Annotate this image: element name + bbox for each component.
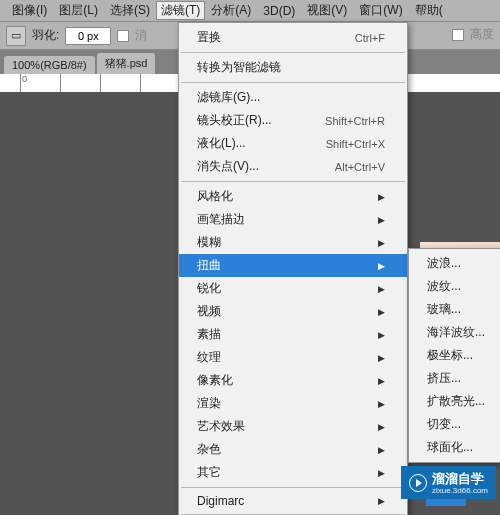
filter-noise[interactable]: 杂色▶ xyxy=(179,438,407,461)
menu-label: 滤镜库(G)... xyxy=(197,89,260,106)
menu-separator xyxy=(181,82,405,83)
menu-label: 扭曲 xyxy=(197,257,221,274)
menu-label: 镜头校正(R)... xyxy=(197,112,272,129)
menu-image[interactable]: 图像(I) xyxy=(6,0,53,21)
filter-blur[interactable]: 模糊▶ xyxy=(179,231,407,254)
submenu-arrow-icon: ▶ xyxy=(378,284,385,294)
watermark-url: zixue.3d66.com xyxy=(432,486,488,495)
filter-artistic[interactable]: 艺术效果▶ xyxy=(179,415,407,438)
distort-shear[interactable]: 切变... xyxy=(409,413,500,436)
tool-preset-icon[interactable]: ▭ xyxy=(6,26,26,46)
filter-stylize[interactable]: 风格化▶ xyxy=(179,185,407,208)
menu-view[interactable]: 视图(V) xyxy=(301,0,353,21)
distort-diffuse-glow[interactable]: 扩散亮光... xyxy=(409,390,500,413)
feather-label: 羽化: xyxy=(32,27,59,44)
menu-label: 海洋波纹... xyxy=(427,324,485,341)
distort-ripple[interactable]: 波纹... xyxy=(409,275,500,298)
menu-label: 极坐标... xyxy=(427,347,473,364)
menu-label: 波浪... xyxy=(427,255,461,272)
submenu-arrow-icon: ▶ xyxy=(378,496,385,506)
filter-digimarc[interactable]: Digimarc▶ xyxy=(179,491,407,511)
filter-liquify[interactable]: 液化(L)... Shift+Ctrl+X xyxy=(179,132,407,155)
menu-label: 模糊 xyxy=(197,234,221,251)
shortcut: Shift+Ctrl+R xyxy=(325,115,385,127)
menu-label: 杂色 xyxy=(197,441,221,458)
filter-brush-strokes[interactable]: 画笔描边▶ xyxy=(179,208,407,231)
distort-submenu: 波浪... 波纹... 玻璃... 海洋波纹... 极坐标... 挤压... 扩… xyxy=(408,248,500,463)
submenu-arrow-icon: ▶ xyxy=(378,215,385,225)
watermark: 溜溜自学 zixue.3d66.com xyxy=(401,466,496,499)
menu-label: 转换为智能滤镜 xyxy=(197,59,281,76)
distort-polar[interactable]: 极坐标... xyxy=(409,344,500,367)
submenu-arrow-icon: ▶ xyxy=(378,468,385,478)
menu-label: 锐化 xyxy=(197,280,221,297)
filter-repeat[interactable]: 置换 Ctrl+F xyxy=(179,26,407,49)
distort-spherize[interactable]: 球面化... xyxy=(409,436,500,459)
menu-label: 置换 xyxy=(197,29,221,46)
menu-3d[interactable]: 3D(D) xyxy=(257,2,301,20)
antialias-checkbox[interactable] xyxy=(117,30,129,42)
menu-label: 液化(L)... xyxy=(197,135,246,152)
menu-label: 玻璃... xyxy=(427,301,461,318)
submenu-arrow-icon: ▶ xyxy=(378,238,385,248)
distort-glass[interactable]: 玻璃... xyxy=(409,298,500,321)
filter-vanishing-point[interactable]: 消失点(V)... Alt+Ctrl+V xyxy=(179,155,407,178)
filter-menu: 置换 Ctrl+F 转换为智能滤镜 滤镜库(G)... 镜头校正(R)... S… xyxy=(178,22,408,515)
menu-separator xyxy=(181,52,405,53)
ruler-tick xyxy=(140,74,180,92)
menu-label: 画笔描边 xyxy=(197,211,245,228)
submenu-arrow-icon: ▶ xyxy=(378,330,385,340)
filter-video[interactable]: 视频▶ xyxy=(179,300,407,323)
filter-lens-correction[interactable]: 镜头校正(R)... Shift+Ctrl+R xyxy=(179,109,407,132)
filter-distort[interactable]: 扭曲▶ xyxy=(179,254,407,277)
menu-filter[interactable]: 滤镜(T) xyxy=(156,1,205,20)
distort-wave[interactable]: 波浪... xyxy=(409,252,500,275)
filter-render[interactable]: 渲染▶ xyxy=(179,392,407,415)
filter-gallery[interactable]: 滤镜库(G)... xyxy=(179,86,407,109)
menu-label: 切变... xyxy=(427,416,461,433)
menu-layer[interactable]: 图层(L) xyxy=(53,0,104,21)
submenu-arrow-icon: ▶ xyxy=(378,376,385,386)
menu-label: 素描 xyxy=(197,326,221,343)
submenu-arrow-icon: ▶ xyxy=(378,261,385,271)
distort-pinch[interactable]: 挤压... xyxy=(409,367,500,390)
menu-separator xyxy=(181,487,405,488)
menu-window[interactable]: 窗口(W) xyxy=(353,0,408,21)
shortcut: Alt+Ctrl+V xyxy=(335,161,385,173)
menu-help[interactable]: 帮助( xyxy=(409,0,449,21)
filter-convert-smart[interactable]: 转换为智能滤镜 xyxy=(179,56,407,79)
doc-tab-2[interactable]: 猪猪.psd xyxy=(97,53,156,74)
menu-separator xyxy=(181,181,405,182)
play-icon xyxy=(409,474,427,492)
filter-sharpen[interactable]: 锐化▶ xyxy=(179,277,407,300)
feather-input[interactable] xyxy=(65,27,111,45)
distort-ocean-ripple[interactable]: 海洋波纹... xyxy=(409,321,500,344)
menu-label: 像素化 xyxy=(197,372,233,389)
filter-pixelate[interactable]: 像素化▶ xyxy=(179,369,407,392)
submenu-arrow-icon: ▶ xyxy=(378,399,385,409)
submenu-arrow-icon: ▶ xyxy=(378,192,385,202)
menubar: 图像(I) 图层(L) 选择(S) 滤镜(T) 分析(A) 3D(D) 视图(V… xyxy=(0,0,500,22)
doc-tab-1[interactable]: 100%(RGB/8#) xyxy=(4,56,95,74)
menu-label: 消失点(V)... xyxy=(197,158,259,175)
submenu-arrow-icon: ▶ xyxy=(378,445,385,455)
filter-texture[interactable]: 纹理▶ xyxy=(179,346,407,369)
filter-sketch[interactable]: 素描▶ xyxy=(179,323,407,346)
menu-label: 纹理 xyxy=(197,349,221,366)
ruler-tick: 0 xyxy=(20,74,60,92)
submenu-arrow-icon: ▶ xyxy=(378,422,385,432)
menu-select[interactable]: 选择(S) xyxy=(104,0,156,21)
menu-label: 风格化 xyxy=(197,188,233,205)
menu-label: 艺术效果 xyxy=(197,418,245,435)
height-checkbox[interactable] xyxy=(452,29,464,41)
menu-label: Digimarc xyxy=(197,494,244,508)
menu-label: 扩散亮光... xyxy=(427,393,485,410)
watermark-title: 溜溜自学 xyxy=(432,471,484,486)
options-right: 高度 xyxy=(452,26,494,43)
menu-label: 视频 xyxy=(197,303,221,320)
filter-other[interactable]: 其它▶ xyxy=(179,461,407,484)
menu-label: 渲染 xyxy=(197,395,221,412)
ruler-tick xyxy=(100,74,140,92)
menu-label: 球面化... xyxy=(427,439,473,456)
menu-analysis[interactable]: 分析(A) xyxy=(205,0,257,21)
